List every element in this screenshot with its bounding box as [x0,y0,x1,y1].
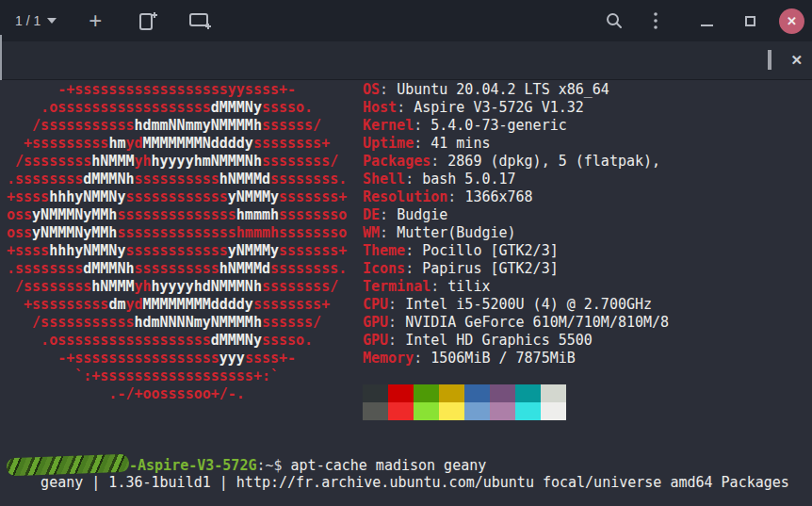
split-right-button[interactable] [187,7,215,35]
split-down-button[interactable] [134,7,162,35]
info-line: GPU: NVIDIA GeForce 610M/710M/810M/8 [363,314,669,332]
palette-row [363,402,566,420]
ascii-art-line: +ssssssssshmydMMMMMMMNddddyssssssss+ [7,135,347,153]
prompt-separator: : [256,457,265,474]
info-line: Packages: 2869 (dpkg), 5 (flatpak), [363,153,669,171]
palette-swatch [439,384,464,402]
minimize-icon [701,24,713,26]
info-line: WM: Mutter(Budgie) [363,224,669,242]
palette-row [363,384,566,402]
palette-swatch [388,384,414,402]
info-line: Host: Aspire V3-572G V1.32 [363,99,669,117]
terminal-close-button[interactable]: ✕ [790,52,803,69]
palette-swatch [490,384,515,402]
add-session-button[interactable]: + [81,7,109,35]
palette-swatch [363,402,388,420]
ascii-art-line: +sssshhhyNMMNyssssssssssssyNMMMysssssss+ [7,188,347,206]
info-line: CPU: Intel i5-5200U (4) @ 2.700GHz [363,296,669,314]
ascii-art-line: -+sssssssssssssssssyyyssss+- [7,350,347,367]
ascii-art-line: `:+ssssssssssssssssss+:` [7,367,347,385]
terminal-titlebar: ✕ [0,41,812,80]
titlebar: 1 / 1 + [0,0,812,41]
chevron-down-icon [47,18,57,24]
close-button[interactable]: ✕ [779,8,804,34]
ascii-art-line: .ossssssssssssssssssdMMMNysssso. [7,99,347,117]
ascii-art-line: .ssssssssdMMMNhsssssssssshNMMMdssssssss. [7,171,347,188]
palette-swatch [541,402,566,420]
info-line: Icons: Papirus [GTK2/3] [363,260,669,278]
split-down-icon [138,10,157,31]
prompt-host: -Aspire-V3-572G [129,457,256,474]
censored-username-scribble [7,454,130,477]
close-icon: ✕ [787,14,797,28]
ascii-art-line: -+ssssssssssssssssssyyssss+- [7,81,347,99]
minimize-button[interactable] [692,7,721,35]
typed-command: apt-cache madison geany [283,457,487,474]
info-line: Resolution: 1366x768 [363,188,669,206]
ascii-art-line: /ssssssssssshdmNNNNmyNMMMMhssssss/ [7,314,347,332]
info-line: GPU: Intel HD Graphics 5500 [363,332,669,350]
palette-swatch [464,402,490,420]
titlebar-right-group: ✕ [600,7,804,35]
neofetch-color-palette [363,384,566,420]
prompt-line: -Aspire-V3-572G:~$apt-cache madison gean… [7,456,486,475]
ascii-art-line: ossyNMMMNyMMhsssssssssssssshmmmhssssssso [7,224,347,242]
session-position-indicator [0,35,2,80]
ascii-art-line: .-/+oossssoo+/-. [7,385,347,403]
window-controls: ✕ [692,7,804,35]
ascii-art-line: /sssssssshNMMMyhhyyyyhdNMMMNhssssssss/ [7,278,347,296]
info-line: OS: Ubuntu 20.04.2 LTS x86_64 [363,81,669,99]
palette-swatch [414,402,439,420]
split-right-icon [189,12,212,29]
ascii-art-line: +sssshhhyNMMNyssssssssssssyNMMMysssssss+ [7,242,347,260]
ascii-art-line: +sssssssssdmydMMMMMMMMddddyssssssss+ [7,296,347,314]
palette-swatch [515,402,541,420]
terminal-titlebar-controls: ✕ [768,41,803,79]
search-button[interactable] [600,7,628,35]
palette-swatch [439,402,464,420]
kebab-menu-icon [653,11,658,30]
info-line: Kernel: 5.4.0-73-generic [363,117,669,135]
info-line: Terminal: tilix [363,278,669,296]
ascii-art-line: .ossssssssssssssssssdMMMNysssso. [7,332,347,350]
ascii-art-line: .ssssssssdMMMNhsssssssssshNMMMdssssssss. [7,260,347,278]
ascii-art-line: /sssssssshNMMMyhhyyyyhmNMMMNhssssssss/ [7,153,347,171]
ascii-art-line: ossyNMMMNyMMhsssssssssssssshmmmhssssssso [7,206,347,224]
prompt-symbol: $ [274,457,283,474]
command-output-line: geany | 1.36-1build1 | http://fr.archive… [7,474,789,492]
terminal-maximize-button[interactable] [768,52,771,69]
palette-swatch [541,384,566,402]
palette-swatch [464,384,490,402]
close-icon: ✕ [790,52,803,68]
maximize-button[interactable] [736,7,764,35]
plus-icon: + [89,9,102,32]
prompt-path: ~ [266,457,274,474]
session-selector-dropdown[interactable]: 1 / 1 [15,13,57,28]
titlebar-left-group: 1 / 1 + [15,7,215,35]
tilix-window: 1 / 1 + [0,0,812,506]
info-line: Shell: bash 5.0.17 [363,171,669,188]
info-line: Theme: Pocillo [GTK2/3] [363,242,669,260]
neofetch-ascii-logo: -+ssssssssssssssssssyyssss+- .osssssssss… [7,81,347,403]
terminal-screen[interactable]: -+ssssssssssssssssssyyssss+- .osssssssss… [0,80,812,506]
menu-button[interactable] [641,7,670,35]
ascii-art-line: /ssssssssssshdmmNNmmyNMMMMhssssss/ [7,117,347,135]
palette-swatch [515,384,541,402]
search-icon [606,12,623,29]
palette-swatch [414,384,439,402]
palette-swatch [490,402,515,420]
palette-swatch [388,402,414,420]
neofetch-info-panel: OS: Ubuntu 20.04.2 LTS x86_64Host: Aspir… [363,81,669,367]
maximize-icon [745,16,755,26]
info-line: Memory: 1506MiB / 7875MiB [363,350,669,367]
session-indicator: 1 / 1 [15,13,41,28]
info-line: DE: Budgie [363,206,669,224]
palette-swatch [363,384,388,402]
maximize-icon [768,50,771,70]
info-line: Uptime: 41 mins [363,135,669,153]
